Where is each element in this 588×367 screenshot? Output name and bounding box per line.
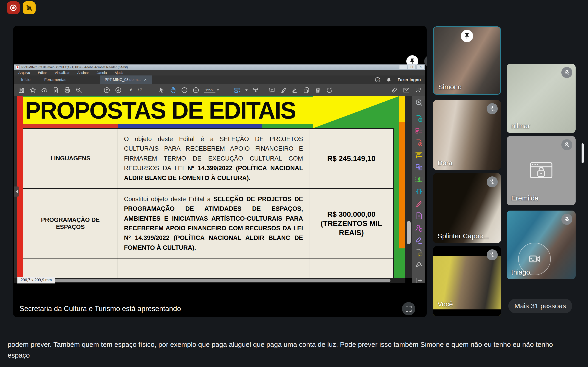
zoom-in-icon[interactable] <box>192 87 199 94</box>
restore-button[interactable]: ❐ <box>408 65 416 69</box>
expand-panel-icon[interactable] <box>415 276 423 285</box>
meet-window: A PPT-MINC_03 de maio_CCULT(1)[1].PDF - … <box>0 0 588 367</box>
fill-sign-tool-icon[interactable] <box>415 236 423 244</box>
share-with-person-icon[interactable] <box>415 87 422 94</box>
mic-off-icon <box>561 67 572 78</box>
caption-line: espaço <box>8 350 582 361</box>
participant-name: Você <box>438 300 453 308</box>
vertical-scrollbar-thumb[interactable] <box>407 221 411 244</box>
row-value: R$ 245.149,10 <box>309 128 393 189</box>
comment-icon[interactable] <box>268 87 275 94</box>
notifications-bell-icon[interactable] <box>386 77 392 83</box>
combine-files-tool-icon[interactable] <box>415 163 423 171</box>
menu-janela[interactable]: Janela <box>97 71 107 75</box>
mic-off-icon <box>561 214 572 225</box>
participant-name: nilmar <box>511 122 530 130</box>
slide-yellow-wedge <box>313 96 399 128</box>
row-value: R$ 300.000,00 (TREZENTOS MIL REAIS) <box>309 189 393 258</box>
tab-ferramentas[interactable]: Ferramentas <box>37 77 73 82</box>
create-pdf-tool-icon[interactable] <box>415 139 423 147</box>
more-people-badge[interactable]: Mais 31 pessoas <box>508 299 572 313</box>
previous-page-icon[interactable] <box>103 87 110 94</box>
minimize-button[interactable]: – <box>399 65 407 69</box>
zoom-level-control[interactable]: 125% <box>204 88 219 93</box>
trash-icon[interactable] <box>314 87 321 94</box>
scan-ocr-tool-icon[interactable] <box>415 212 423 220</box>
tab-close-icon[interactable]: ✕ <box>144 78 147 82</box>
select-tool-icon[interactable] <box>158 87 165 94</box>
sign-in-button[interactable]: Fazer logon <box>398 77 421 82</box>
print-icon[interactable] <box>64 87 71 94</box>
star-icon[interactable] <box>29 87 36 94</box>
row-description: O objeto deste Edital é a SELEÇÃO DE PRO… <box>118 128 309 189</box>
mic-off-icon <box>487 249 498 260</box>
compress-pdf-tool-icon[interactable] <box>415 187 423 196</box>
participant-tile-voce[interactable]: Você <box>433 246 501 316</box>
slide-title-banner: PROPOSTAS DE EDITAIS <box>23 97 313 124</box>
slide-stripe-blue <box>118 124 262 128</box>
acrobat-title-bar[interactable]: A PPT-MINC_03 de maio_CCULT(1)[1].PDF - … <box>14 65 425 70</box>
table-row: POLÍTICA NACIONAL DE CULTURA VIVA O MODE… <box>23 258 393 278</box>
page-scrollbar-thumb[interactable] <box>582 143 584 163</box>
table-row: PROGRAMAÇÃO DE ESPAÇOS Constitui objeto … <box>23 189 393 258</box>
page-number-input[interactable]: 6 <box>126 87 136 93</box>
share-link-icon[interactable] <box>391 87 398 94</box>
participant-tile-eremilda[interactable]: Eremilda <box>507 136 576 205</box>
tab-document[interactable]: PPT-MINC_03 de m... ✕ <box>100 75 152 84</box>
export-file-icon[interactable] <box>52 87 59 94</box>
vertical-scrollbar[interactable] <box>405 96 412 278</box>
save-icon[interactable] <box>18 87 25 94</box>
participant-name: Dora <box>438 159 452 167</box>
menu-ajuda[interactable]: Ajuda <box>115 71 123 75</box>
menu-visualizar[interactable]: Visualizar <box>55 71 69 75</box>
more-tools-icon[interactable] <box>415 260 423 269</box>
zoom-dropdown-caret-icon[interactable] <box>217 90 219 91</box>
participant-tile-splinter[interactable]: Splinter Capoe... <box>433 173 501 243</box>
protect-pdf-tool-icon[interactable] <box>415 224 423 232</box>
participant-tile-simone[interactable]: Simone <box>433 26 501 95</box>
zoom-level-value[interactable]: 125% <box>204 88 216 93</box>
comment-tool-icon[interactable] <box>415 151 423 159</box>
collapse-panel-arrow[interactable] <box>14 186 19 197</box>
sign-pen-icon[interactable] <box>292 87 298 94</box>
fit-dropdown-caret-icon[interactable] <box>245 90 248 91</box>
page-total-label: / 7 <box>138 88 142 92</box>
highlighter-icon[interactable] <box>280 87 287 94</box>
horizontal-scrollbar-thumb[interactable] <box>53 279 390 282</box>
presenting-label: Secretaria da Cultura e Turismo está apr… <box>19 305 181 313</box>
request-signatures-tool-icon[interactable] <box>415 248 423 257</box>
edit-pdf-tool-icon[interactable] <box>415 127 423 135</box>
export-pdf-tool-icon[interactable] <box>415 115 423 123</box>
help-icon[interactable]: ? <box>375 77 380 82</box>
organize-pages-tool-icon[interactable] <box>415 175 423 184</box>
participant-tile-dora[interactable]: Dora <box>433 100 501 170</box>
menu-editar[interactable]: Editar <box>38 71 47 75</box>
next-page-icon[interactable] <box>115 87 122 94</box>
reading-mode-icon[interactable] <box>252 87 259 94</box>
search-icon[interactable] <box>75 87 82 94</box>
fullscreen-button[interactable] <box>402 302 415 315</box>
redact-tool-icon[interactable] <box>415 200 423 208</box>
participant-name: Eremilda <box>511 194 538 202</box>
horizontal-scrollbar[interactable] <box>14 278 405 283</box>
close-button[interactable]: ✕ <box>417 65 424 69</box>
participant-tile-nilmar[interactable]: nilmar <box>507 64 576 133</box>
menu-assinar[interactable]: Assinar <box>78 71 89 75</box>
zoom-out-icon[interactable] <box>181 87 188 94</box>
search-tools-icon[interactable] <box>415 98 423 107</box>
recording-indicator-icon <box>7 1 20 14</box>
share-cloud-icon[interactable] <box>41 87 48 94</box>
pdf-viewport[interactable]: PROPOSTAS DE EDITAIS LINGUAGENS O objeto… <box>14 96 405 278</box>
menu-arquivo[interactable]: Arquivo <box>18 71 30 75</box>
row-description-text: Constitui objeto deste Edital a <box>124 196 214 202</box>
redo-icon[interactable] <box>326 87 333 94</box>
slide-right-strip-orange <box>399 122 405 248</box>
email-icon[interactable] <box>403 87 410 94</box>
row-description-bold: SELEÇÃO DE PROJETOS DE PROGRAMAÇÃO DE AT… <box>124 196 303 251</box>
participant-tile-thiago[interactable]: thiago <box>507 211 576 279</box>
fit-width-icon[interactable] <box>234 87 241 94</box>
hand-tool-icon[interactable] <box>170 87 176 94</box>
row-description: O MODELO SERÁ DISPONIBILIZADO PELO MINIS… <box>118 258 309 278</box>
tab-inicio[interactable]: Início <box>14 77 37 82</box>
organize-pages-icon[interactable] <box>303 87 310 94</box>
